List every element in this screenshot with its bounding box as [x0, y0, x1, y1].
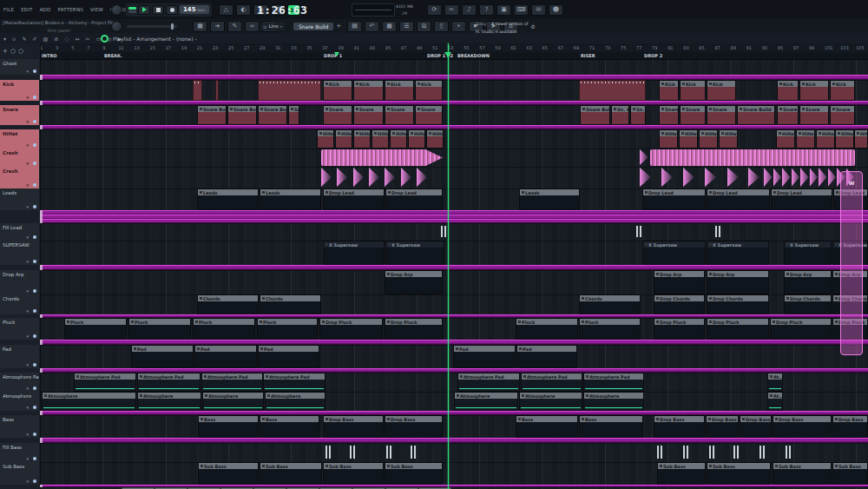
clip-snare[interactable]: Snare — [385, 105, 414, 125]
chevron-down-icon[interactable]: ▾ — [26, 235, 29, 240]
track-header-atmosphere[interactable]: Atmosphere▾ — [0, 392, 39, 411]
pattern-clip[interactable] — [579, 80, 646, 101]
clip-hihat[interactable]: HiHat — [335, 129, 352, 149]
track-header-fill-lead[interactable]: Fill Lead▾ — [0, 223, 39, 241]
plugin-icon[interactable]: ⚡ — [451, 21, 466, 32]
clip-sub-bass[interactable]: Sub Bass — [832, 462, 868, 485]
clip-x-supersaw[interactable]: X Supersaw — [385, 241, 444, 265]
clip-sn-2[interactable]: Sn. #2 — [611, 105, 629, 125]
clip-drop-lead[interactable]: Drop Lead — [642, 188, 706, 210]
marker-break-[interactable]: BREAK. — [104, 53, 122, 58]
automation-tick[interactable] — [444, 226, 446, 237]
track-header-supersaw[interactable]: SUPERSAW▾ — [0, 241, 39, 265]
clip-snare-build[interactable]: Snare Build — [580, 105, 610, 125]
add-track-button[interactable]: + — [3, 48, 8, 55]
clip-sub-bass[interactable]: Sub Bass — [773, 462, 832, 485]
track-mute-dot[interactable] — [33, 120, 36, 123]
add-pattern-button[interactable]: + — [336, 23, 341, 30]
automation-clip-strip[interactable] — [40, 438, 868, 443]
clip-hihat[interactable]: HiHat — [776, 129, 795, 149]
clip-sub-bass[interactable]: Sub Bass — [260, 462, 322, 485]
clip-drop-pluck[interactable]: Drop Pluck — [654, 318, 705, 340]
clip-snare[interactable]: Snare — [830, 105, 855, 125]
track-mode-icon[interactable] — [10, 49, 16, 54]
timeline-bar-59[interactable]: 59 — [495, 45, 500, 50]
clip-drop-arp[interactable]: Drop Arp — [385, 270, 443, 294]
automation-clip-strip[interactable] — [40, 125, 868, 129]
timeline-bar-97[interactable]: 97 — [793, 45, 799, 50]
track-header-ghost[interactable]: Ghost▾ — [0, 59, 39, 75]
timeline-bar-31[interactable]: 31 — [275, 45, 280, 50]
automation-tick[interactable] — [733, 446, 735, 459]
browser-icon[interactable]: ▯ — [434, 21, 449, 32]
clip-x-supersaw[interactable]: X Supersaw — [707, 241, 769, 265]
chevron-down-icon[interactable]: ▾ — [26, 308, 29, 314]
clip-hihat[interactable]: HiHat — [679, 129, 698, 149]
track-mute-dot[interactable] — [33, 457, 36, 460]
clip-atmosphere-pad[interactable]: Atmosphere Pad — [137, 373, 201, 392]
timeline-bar-79[interactable]: 79 — [652, 45, 657, 50]
playhead-line[interactable] — [448, 43, 449, 489]
automation-tick[interactable] — [350, 446, 352, 459]
timeline-bar-69[interactable]: 69 — [574, 45, 579, 50]
clip-at-d[interactable]: At..d — [767, 373, 783, 392]
clip-sub-bass[interactable]: Sub Bass — [323, 462, 384, 485]
cut-icon[interactable]: ✂ — [444, 4, 459, 16]
chevron-down-icon[interactable]: ▾ — [26, 456, 29, 461]
clip-kick[interactable]: Kick — [777, 80, 799, 101]
clip-drop-bass[interactable]: Drop Bass — [740, 415, 772, 438]
timeline-bar-19[interactable]: 19 — [181, 45, 187, 50]
chevron-down-icon[interactable]: ▾ — [26, 69, 29, 74]
undo-icon[interactable]: ↶ — [365, 21, 379, 32]
automation-clip-strip[interactable] — [40, 75, 868, 80]
automation-tick[interactable] — [719, 226, 720, 237]
delete-icon[interactable]: ⊘ — [54, 36, 58, 42]
clip-bass[interactable]: Bass — [198, 415, 259, 438]
clip-pluck[interactable]: Pluck — [257, 318, 318, 340]
tempo-display[interactable]: 145 bpm — [180, 5, 209, 14]
clip-drop-bass[interactable]: Drop Bass — [323, 415, 384, 438]
chevron-down-icon[interactable]: ▾ — [26, 259, 29, 264]
clip-kick[interactable]: Kick — [659, 80, 679, 101]
automation-tick[interactable] — [441, 226, 443, 237]
timeline-bar-5[interactable]: 5 — [71, 45, 74, 50]
timeline-bar-21[interactable]: 21 — [197, 45, 202, 50]
playlist-focus-icon[interactable] — [101, 35, 108, 43]
clip-drop-bass[interactable]: Drop Bass — [385, 415, 443, 438]
timeline-bar-81[interactable]: 81 — [667, 45, 673, 50]
automation-tick[interactable] — [789, 446, 791, 459]
track-header-atmosphere-pad[interactable]: Atmosphere Pad▾ — [0, 373, 39, 392]
clip-hihat[interactable]: HiHat — [426, 129, 444, 149]
marker-intro[interactable]: INTRO — [42, 53, 57, 58]
timeline-bar-15[interactable]: 15 — [150, 45, 155, 50]
clip-pad[interactable]: Pad — [194, 345, 257, 368]
timeline-bar-45[interactable]: 45 — [385, 45, 391, 50]
timeline-bar-55[interactable]: 55 — [464, 45, 469, 50]
clip-snare[interactable]: Snare — [707, 105, 736, 125]
clip-hihat[interactable]: HiHat — [816, 129, 835, 149]
slip-icon[interactable]: ↔ — [75, 36, 79, 42]
timeline-bar-17[interactable]: 17 — [166, 45, 171, 50]
timeline-bar-61[interactable]: 61 — [510, 45, 516, 50]
link-icon[interactable]: ∞ — [245, 21, 260, 32]
automation-tick[interactable] — [713, 446, 714, 459]
timeline-bar-25[interactable]: 25 — [228, 45, 233, 50]
clip-hihat[interactable]: HiHat — [317, 129, 334, 149]
clip-drop-arp[interactable]: Drop Arp — [654, 270, 705, 294]
paint-icon[interactable]: ▨ — [43, 36, 48, 42]
chat-icon[interactable]: ✉ — [531, 4, 546, 16]
clip-x-supersaw[interactable]: X Supersaw — [323, 241, 385, 265]
mixer-icon[interactable]: ☰ — [399, 21, 414, 32]
track-header-crash[interactable]: Crash▾ — [0, 149, 39, 167]
track-header-pad[interactable]: Pad▾ — [0, 345, 39, 368]
clip-kick[interactable]: Kick — [385, 80, 414, 101]
step-edit-icon[interactable]: ▦ — [193, 21, 207, 32]
clip-atmosphere[interactable]: Atmosphere — [42, 392, 136, 411]
track-header-sub-bass[interactable]: Sub Bass▾ — [0, 462, 39, 485]
clip-drop-bass[interactable]: Drop Bass — [832, 415, 868, 438]
clip-hihat[interactable]: HiHat — [796, 129, 815, 149]
timeline-bar-105[interactable]: 105 — [856, 45, 865, 50]
clip-pad[interactable]: Pad — [453, 345, 516, 368]
clip-hihat[interactable]: HiHat — [699, 129, 718, 149]
clip-x-supersaw[interactable]: X Supersaw — [784, 241, 832, 265]
